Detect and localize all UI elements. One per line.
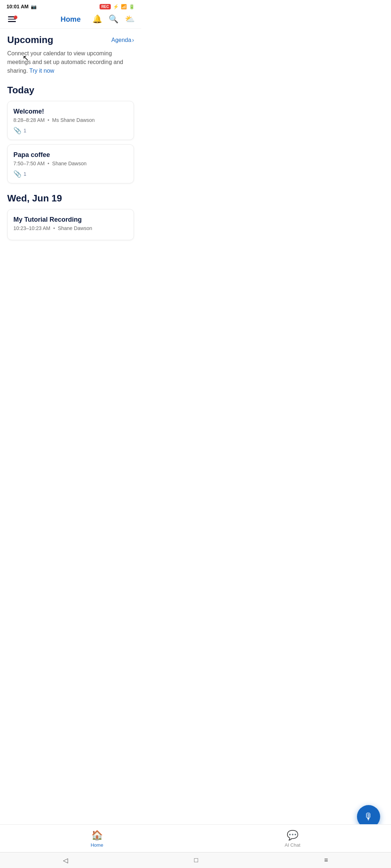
- search-button[interactable]: 🔍: [109, 14, 118, 24]
- status-time: 10:01 AM: [7, 4, 29, 9]
- meeting-footer-welcome: 📎 1: [13, 127, 128, 135]
- main-content: Upcoming Agenda › Connect your calendar …: [0, 29, 141, 295]
- clip-count-welcome: 1: [24, 128, 26, 133]
- meeting-card-tutorial[interactable]: My Tutorial Recording 10:23–10:23 AM • S…: [7, 209, 134, 240]
- agenda-link[interactable]: Agenda ›: [112, 37, 134, 43]
- camera-icon: 📷: [31, 4, 37, 9]
- meeting-title-tutorial: My Tutorial Recording: [13, 216, 128, 224]
- meeting-card-papa-coffee[interactable]: Papa coffee 7:50–7:50 AM • Shane Dawson …: [7, 144, 134, 183]
- upload-button[interactable]: ⛅: [125, 14, 135, 24]
- meeting-meta-tutorial: 10:23–10:23 AM • Shane Dawson: [13, 225, 128, 231]
- clip-icon-papa-coffee: 📎: [13, 170, 21, 178]
- upcoming-section: Upcoming Agenda › Connect your calendar …: [7, 34, 134, 75]
- meeting-card-welcome[interactable]: Welcome! 8:28–8:28 AM • Ms Shane Dawson …: [7, 101, 134, 140]
- today-title: Today: [7, 85, 134, 96]
- meeting-title-papa-coffee: Papa coffee: [13, 151, 128, 159]
- recording-label: REC: [101, 5, 109, 9]
- bluetooth-icon: ⚡: [113, 4, 119, 9]
- upcoming-title: Upcoming: [7, 34, 53, 46]
- today-section: Today Welcome! 8:28–8:28 AM • Ms Shane D…: [7, 85, 134, 183]
- clip-icon-welcome: 📎: [13, 127, 21, 135]
- status-right: REC ⚡ 📶 🔋: [100, 4, 135, 9]
- status-left: 10:01 AM 📷: [7, 4, 37, 9]
- meeting-title-welcome: Welcome!: [13, 108, 128, 115]
- meeting-meta-welcome: 8:28–8:28 AM • Ms Shane Dawson: [13, 117, 128, 123]
- upcoming-header: Upcoming Agenda ›: [7, 34, 134, 46]
- header-left: [7, 15, 17, 24]
- status-bar: 10:01 AM 📷 REC ⚡ 📶 🔋: [0, 0, 141, 12]
- header-title: Home: [60, 15, 81, 24]
- recording-badge: REC: [100, 4, 111, 9]
- upcoming-description: Connect your calendar to view upcoming m…: [7, 49, 134, 75]
- meeting-meta-papa-coffee: 7:50–7:50 AM • Shane Dawson: [13, 161, 128, 166]
- meeting-footer-papa-coffee: 📎 1: [13, 170, 128, 178]
- clip-count-papa-coffee: 1: [24, 171, 26, 177]
- battery-icon: 🔋: [129, 4, 135, 9]
- notification-button[interactable]: 🔔: [92, 14, 102, 24]
- wednesday-section: Wed, Jun 19 My Tutorial Recording 10:23–…: [7, 193, 134, 240]
- header-icons: 🔔 🔍 ⛅: [92, 14, 135, 24]
- wifi-icon: 📶: [121, 4, 127, 9]
- header: Home 🔔 🔍 ⛅: [0, 12, 141, 29]
- try-it-now-link[interactable]: Try it now: [29, 68, 54, 74]
- wednesday-title: Wed, Jun 19: [7, 193, 134, 204]
